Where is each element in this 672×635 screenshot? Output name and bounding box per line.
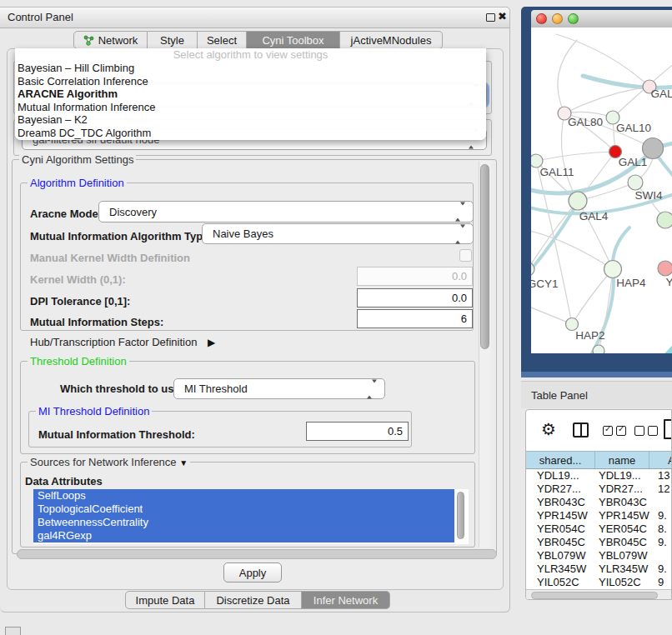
kernel-width-field[interactable]: 0.0	[357, 267, 473, 286]
attributes-list-scrollbar[interactable]	[457, 492, 464, 539]
network-edge[interactable]	[531, 229, 613, 269]
manual-kernel-checkbox[interactable]	[459, 249, 472, 262]
table-cell: YBR045C	[526, 536, 595, 549]
hub-definition-toggle[interactable]: Hub/Transcription Factor Definition ▶	[30, 336, 215, 348]
table-cell: 13	[649, 469, 672, 482]
algorithm-dropdown-item[interactable]: ARACNE Algorithm	[15, 88, 486, 101]
select-all-icon[interactable]	[603, 424, 629, 439]
table-cell: YDL19...	[526, 469, 595, 482]
network-edge[interactable]	[638, 334, 672, 353]
tab-network[interactable]: Network	[73, 31, 148, 49]
column-header-shared-name[interactable]: shared...	[526, 452, 595, 468]
tab-discretize-data[interactable]: Discretize Data	[205, 591, 302, 609]
network-node-swi4[interactable]	[628, 175, 643, 190]
network-node-label: SWI4	[634, 189, 662, 202]
tab-label: Style	[160, 34, 184, 47]
network-edge[interactable]	[536, 152, 615, 161]
table-cell: 9.	[649, 562, 672, 576]
mi-type-combobox[interactable]: Naive Bayes	[202, 223, 474, 244]
settings-vertical-scrollbar-thumb[interactable]	[480, 164, 489, 349]
table-scrollbar-thumb[interactable]	[531, 592, 658, 599]
table-horizontal-scrollbar[interactable]	[526, 589, 672, 600]
algorithm-dropdown-item[interactable]: Basic Correlation Inference	[15, 75, 486, 88]
deselect-all-icon[interactable]	[634, 424, 661, 439]
column-header-third[interactable]: A	[649, 452, 672, 468]
mi-threshold-field[interactable]: 0.5	[306, 422, 409, 441]
tab-label: Cyni Toolbox	[262, 34, 323, 47]
network-window-bottom-band	[521, 372, 672, 378]
tab-impute-data[interactable]: Impute Data	[125, 591, 205, 609]
which-threshold-label: Which threshold to use:	[60, 382, 183, 395]
stepper-icon	[367, 382, 377, 395]
table-row[interactable]: YBR045CYBR045C9.	[526, 536, 672, 549]
table-row[interactable]: YER054CYER054C8.	[526, 522, 672, 536]
table-row[interactable]: YDL19...YDL19...13	[526, 469, 672, 482]
close-traffic-light-icon[interactable]	[536, 13, 547, 24]
table-row[interactable]: YBR043CYBR043C	[526, 496, 672, 509]
close-icon[interactable]: ✖	[498, 10, 507, 22]
group-title: MI Threshold Definition	[36, 405, 152, 418]
table-cell	[649, 496, 672, 509]
network-edge[interactable]	[556, 34, 649, 87]
data-attributes-list[interactable]: SelfLoopsTopologicalCoefficientBetweenne…	[33, 489, 469, 544]
network-node[interactable]	[657, 212, 672, 228]
network-edge[interactable]	[564, 87, 649, 113]
network-edge[interactable]	[583, 76, 672, 88]
table-row[interactable]: YPR145WYPR145W9.	[526, 509, 672, 522]
apply-button[interactable]: Apply	[223, 562, 282, 582]
export-table-icon[interactable]	[664, 419, 672, 439]
table-cell: YLR345W	[595, 562, 649, 576]
minimize-traffic-light-icon[interactable]	[552, 13, 563, 24]
data-attribute-item[interactable]: TopologicalCoefficient	[33, 502, 454, 516]
stepper-icon	[455, 206, 465, 218]
network-node-y[interactable]	[658, 261, 672, 276]
table-cell: YBL079W	[526, 549, 595, 562]
network-node-hap4[interactable]	[604, 261, 622, 278]
table-row[interactable]: YDR27...YDR27...12	[526, 482, 672, 496]
float-window-icon[interactable]	[486, 13, 495, 22]
network-node[interactable]	[593, 345, 604, 353]
network-edge[interactable]	[531, 304, 572, 324]
table-body: YDL19...YDL19...13YDR27...YDR27...12YBR0…	[526, 469, 672, 589]
column-selector-icon[interactable]	[573, 422, 589, 438]
table-cell: YDR27...	[526, 482, 595, 496]
dpi-tolerance-field[interactable]: 0.0	[357, 288, 473, 308]
which-threshold-combobox[interactable]: MI Threshold	[173, 378, 385, 399]
network-node-label: GAL11	[539, 166, 574, 178]
network-canvas[interactable]: GAL80GALGAL10GAL1GAL11SWI4GAL4GCY1HAP4YH…	[531, 28, 672, 353]
table-row[interactable]: YBL079WYBL079W	[526, 549, 672, 562]
tab-select[interactable]: Select	[198, 31, 247, 49]
network-edge[interactable]	[536, 161, 572, 324]
tab-cyni-toolbox[interactable]: Cyni Toolbox	[247, 31, 340, 49]
table-cell: YBR045C	[595, 536, 649, 549]
algorithm-dropdown-item[interactable]: Dream8 DC_TDC Algorithm	[15, 127, 486, 140]
control-panel-window: Control Panel ✖ Network Style Select Cyn…	[0, 7, 510, 612]
column-header-name[interactable]: name	[595, 452, 649, 468]
zoom-traffic-light-icon[interactable]	[568, 13, 579, 24]
stepper-icon	[455, 228, 465, 240]
settings-horizontal-scrollbar[interactable]	[17, 549, 497, 559]
tab-infer-network[interactable]: Infer Network	[302, 591, 390, 609]
tab-style[interactable]: Style	[148, 31, 198, 49]
control-panel-titlebar: Control Panel ✖	[0, 8, 509, 28]
algorithm-dropdown-item[interactable]: Bayesian – Hill Climbing	[15, 62, 486, 75]
table-settings-gear-icon[interactable]: ⚙	[541, 421, 556, 438]
network-node-gal4[interactable]	[569, 192, 587, 210]
table-panel: Table Panel ⚙ shared... name A YDL19...Y…	[521, 381, 672, 600]
table-cell: YPR145W	[595, 509, 649, 522]
network-edge[interactable]	[558, 40, 577, 113]
sources-toggle[interactable]: Sources for Network Inference ▼	[28, 456, 190, 468]
collapsed-panel-button[interactable]	[5, 627, 21, 635]
table-panel-titlebar: Table Panel	[521, 381, 672, 408]
data-attribute-item[interactable]: SelfLoops	[33, 489, 454, 502]
mi-steps-field[interactable]: 6	[357, 309, 473, 328]
tab-jactivemnodules[interactable]: jActiveMNodules	[340, 31, 443, 49]
data-attribute-item[interactable]: gal4RGexp	[33, 529, 454, 542]
data-attribute-item[interactable]: BetweennessCentrality	[33, 516, 454, 529]
algorithm-dropdown-item[interactable]: Mutual Information Inference	[15, 101, 486, 114]
table-row[interactable]: YLR345WYLR345W9.	[526, 562, 672, 576]
network-node-label: GAL1	[619, 156, 648, 168]
aracne-mode-combobox[interactable]: Discovery	[98, 201, 474, 222]
algorithm-dropdown-item[interactable]: Bayesian – K2	[15, 113, 486, 127]
table-row[interactable]: YIL052CYIL052C9	[526, 576, 672, 589]
